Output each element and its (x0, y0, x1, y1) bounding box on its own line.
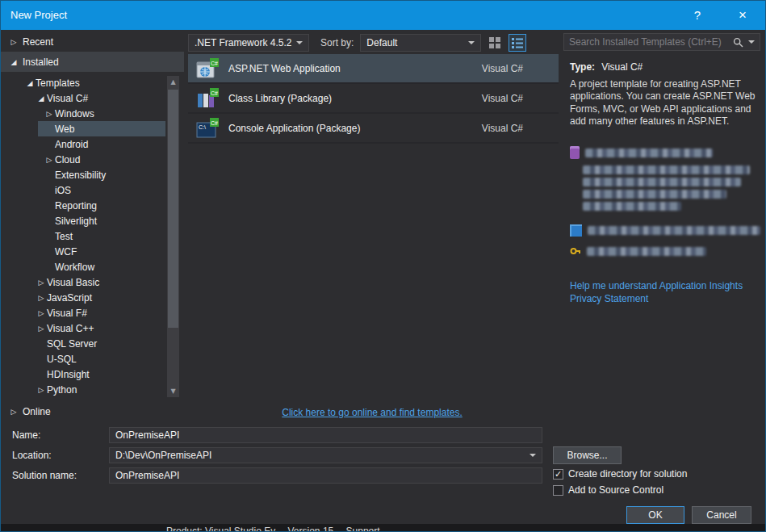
template-item-aspnet-web-application[interactable]: C# ASP.NET Web Application Visual C# (188, 54, 559, 84)
key-icon (570, 245, 581, 257)
template-item-console-application-package[interactable]: C:\ C# Console Application (Package) Vis… (188, 114, 559, 144)
checkbox-unchecked-icon[interactable] (553, 485, 563, 496)
sidebar-item-recent[interactable]: ▷ Recent (1, 33, 184, 51)
template-item-class-library-package[interactable]: C# Class Library (Package) Visual C# (188, 84, 559, 114)
name-label: Name: (12, 429, 40, 441)
close-button[interactable]: × (726, 1, 759, 30)
scroll-down-icon[interactable]: ▼ (167, 385, 179, 397)
find-templates-online-link[interactable]: Click here to go online and find templat… (282, 407, 462, 418)
template-category-tree: ◢Templates ◢Visual C# ▷Windows Web Andro… (1, 75, 184, 400)
tree-item-wcf[interactable]: WCF (1, 244, 184, 259)
medium-icons-view-button[interactable] (486, 34, 504, 52)
tree-item-windows[interactable]: ▷Windows (1, 106, 184, 121)
tree-item-label: iOS (55, 185, 71, 196)
tree-item-visual-fsharp[interactable]: ▷Visual F# (1, 305, 184, 320)
tree-item-test[interactable]: Test (1, 228, 184, 244)
tree-item-reporting[interactable]: Reporting (1, 198, 184, 213)
location-combobox[interactable]: D:\Dev\OnPremiseAPI (109, 447, 542, 463)
chevron-down-icon (296, 41, 303, 44)
project-name-input[interactable] (109, 427, 542, 443)
tree-item-visual-basic[interactable]: ▷Visual Basic (1, 274, 184, 290)
tree-item-workflow[interactable]: Workflow (1, 259, 184, 274)
list-icon (512, 37, 523, 48)
template-list: C# ASP.NET Web Application Visual C# C# (188, 54, 559, 397)
source-control-checkbox-row[interactable]: Add to Source Control (553, 484, 663, 496)
sidebar-item-online[interactable]: ▷ Online (1, 403, 184, 421)
expander-icon: ◢ (9, 58, 19, 66)
tree-item-label: HDInsight (47, 369, 90, 380)
sortby-dropdown[interactable]: Default (360, 34, 481, 52)
tree-item-label: Web (55, 124, 74, 135)
sidebar-item-label: Recent (23, 36, 53, 48)
tree-item-label: Silverlight (55, 216, 97, 227)
location-label: Location: (12, 450, 52, 461)
tree-item-python[interactable]: ▷Python (1, 382, 184, 397)
title-bar[interactable]: New Project ? × (1, 1, 765, 30)
create-directory-checkbox-row[interactable]: Create directory for solution (553, 468, 687, 480)
expander-icon: ▷ (36, 309, 46, 317)
aspnet-webapp-icon: C# (195, 56, 220, 82)
framework-dropdown[interactable]: .NET Framework 4.5.2 (188, 34, 309, 52)
browse-button[interactable]: Browse... (553, 446, 622, 464)
svg-text:C#: C# (211, 119, 218, 125)
expander-icon: ▷ (36, 325, 46, 333)
tree-item-label: Python (47, 384, 77, 396)
tree-scrollbar[interactable]: ▲ ▼ (167, 76, 179, 397)
search-input[interactable] (569, 36, 728, 48)
privacy-statement-link[interactable]: Privacy Statement (570, 293, 760, 306)
tree-item-javascript[interactable]: ▷JavaScript (1, 290, 184, 305)
redacted-account-row (570, 224, 760, 237)
dialog-title: New Project (10, 9, 67, 21)
sidebar-item-installed[interactable]: ◢ Installed (1, 52, 184, 72)
tree-item-hdinsight[interactable]: HDInsight (1, 367, 184, 382)
expander-icon: ▷ (36, 386, 46, 394)
search-box[interactable] (563, 33, 760, 51)
ok-button[interactable]: OK (626, 506, 684, 524)
small-icons-view-button[interactable] (509, 34, 526, 52)
checkbox-checked-icon[interactable] (553, 469, 563, 480)
tree-item-label: JavaScript (47, 292, 92, 304)
tree-item-extensibility[interactable]: Extensibility (1, 167, 184, 182)
application-insights-help-link[interactable]: Help me understand Application Insights (570, 280, 760, 293)
tree-item-visual-cpp[interactable]: ▷Visual C++ (1, 320, 184, 336)
tree-item-cloud[interactable]: ▷Cloud (1, 152, 184, 167)
scrollbar-thumb[interactable] (168, 90, 178, 328)
svg-text:C:\: C:\ (199, 124, 206, 130)
tree-item-label: Android (55, 139, 88, 150)
sort-by-label: Sort by: (320, 37, 354, 48)
redacted-account-row (570, 146, 760, 159)
new-project-dialog: New Project ? × ▷ Recent ◢ Installed ◢Te… (0, 0, 766, 532)
expander-icon: ▷ (44, 110, 54, 118)
expander-icon: ▷ (44, 156, 54, 164)
cancel-button[interactable]: Cancel (692, 506, 751, 524)
tree-item-visual-csharp[interactable]: ◢Visual C# (1, 90, 184, 106)
tree-item-ios[interactable]: iOS (1, 182, 184, 198)
redacted-app-icon (570, 146, 580, 159)
template-language: Visual C# (482, 63, 523, 74)
tree-item-label: Visual C++ (47, 323, 94, 334)
redacted-text (588, 226, 760, 235)
help-button[interactable]: ? (681, 1, 714, 30)
tree-item-android[interactable]: Android (1, 136, 184, 152)
tree-item-label: Visual F# (47, 308, 87, 319)
tree-item-label: Visual C# (47, 93, 88, 104)
solution-name-input[interactable] (109, 467, 542, 484)
expander-icon: ◢ (25, 79, 35, 87)
scroll-up-icon[interactable]: ▲ (167, 76, 179, 88)
search-options-chevron-icon[interactable] (748, 40, 755, 44)
grid-icon (489, 37, 500, 48)
tree-item-silverlight[interactable]: Silverlight (1, 213, 184, 228)
tree-item-templates[interactable]: ◢Templates (1, 75, 184, 90)
class-library-icon: C# (195, 86, 220, 111)
template-name: ASP.NET Web Application (228, 63, 482, 74)
redacted-text (585, 149, 713, 157)
search-icon[interactable] (733, 37, 743, 48)
source-control-label: Add to Source Control (568, 484, 663, 496)
tree-item-sql-server[interactable]: SQL Server (1, 336, 184, 351)
template-info-pane: Type:Visual C# A project template for cr… (560, 30, 766, 425)
tree-item-u-sql[interactable]: U-SQL (1, 351, 184, 367)
tree-item-label: Visual Basic (47, 277, 99, 288)
svg-text:C#: C# (211, 60, 218, 65)
tree-item-web[interactable]: Web (1, 121, 184, 136)
tree-item-label: Extensibility (55, 170, 106, 181)
